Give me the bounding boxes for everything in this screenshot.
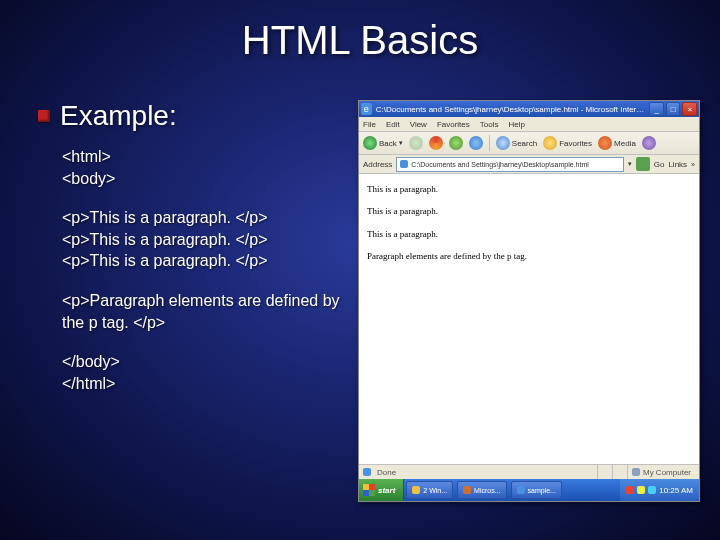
windows-flag-icon xyxy=(363,484,375,496)
code-line: <p>This is a paragraph. </p> xyxy=(62,250,348,272)
system-tray[interactable]: 10:25 AM xyxy=(620,479,699,501)
status-done: Done xyxy=(377,468,396,477)
links-label[interactable]: Links xyxy=(668,160,687,169)
rendered-paragraph: This is a paragraph. xyxy=(367,204,691,218)
back-icon xyxy=(363,136,377,150)
code-open-tags: <html> <body> xyxy=(62,146,348,189)
slide-content: Example: <html> <body> <p>This is a para… xyxy=(38,100,348,412)
menu-help[interactable]: Help xyxy=(508,120,524,129)
browser-statusbar: Done My Computer xyxy=(359,464,699,479)
address-dropdown-icon[interactable]: ▾ xyxy=(628,160,632,168)
menu-view[interactable]: View xyxy=(410,120,427,129)
browser-window: e C:\Documents and Settings\jharney\Desk… xyxy=(358,100,700,502)
page-icon xyxy=(363,468,371,476)
address-input[interactable]: C:\Documents and Settings\jharney\Deskto… xyxy=(396,157,623,172)
back-button[interactable]: Back▾ xyxy=(363,136,403,150)
menu-edit[interactable]: Edit xyxy=(386,120,400,129)
taskbar-button[interactable]: Micros... xyxy=(457,481,506,499)
forward-icon[interactable] xyxy=(409,136,423,150)
ie-logo-icon: e xyxy=(361,103,372,115)
code-line: <p>Paragraph elements are defined by the… xyxy=(62,290,348,333)
menu-favorites[interactable]: Favorites xyxy=(437,120,470,129)
code-line: </html> xyxy=(62,373,348,395)
status-zone: My Computer xyxy=(627,465,695,479)
code-line: <p>This is a paragraph. </p> xyxy=(62,207,348,229)
ppt-icon xyxy=(463,486,471,494)
start-button[interactable]: start xyxy=(359,479,404,501)
links-chevron-icon[interactable]: » xyxy=(691,161,695,168)
rendered-paragraph: This is a paragraph. xyxy=(367,227,691,241)
tray-icon[interactable] xyxy=(637,486,645,494)
taskbar: start 2 Win... Micros... sample... 10:25… xyxy=(359,479,699,501)
close-button[interactable]: × xyxy=(682,102,697,116)
code-paragraphs: <p>This is a paragraph. </p> <p>This is … xyxy=(62,207,348,272)
maximize-button[interactable]: □ xyxy=(666,102,681,116)
stop-icon[interactable] xyxy=(429,136,443,150)
example-heading: Example: xyxy=(60,100,177,132)
code-close-tags: </body> </html> xyxy=(62,351,348,394)
rendered-paragraph: This is a paragraph. xyxy=(367,182,691,196)
browser-viewport: This is a paragraph. This is a paragraph… xyxy=(359,174,699,464)
rendered-paragraph: Paragraph elements are defined by the p … xyxy=(367,249,691,263)
folder-icon xyxy=(412,486,420,494)
address-value: C:\Documents and Settings\jharney\Deskto… xyxy=(411,161,588,168)
address-label: Address xyxy=(363,160,392,169)
code-explain: <p>Paragraph elements are defined by the… xyxy=(62,290,348,333)
media-button[interactable]: Media xyxy=(598,136,636,150)
star-icon xyxy=(543,136,557,150)
code-line: <html> xyxy=(62,146,348,168)
history-icon[interactable] xyxy=(642,136,656,150)
computer-icon xyxy=(632,468,640,476)
minimize-button[interactable]: _ xyxy=(649,102,664,116)
browser-addressbar: Address C:\Documents and Settings\jharne… xyxy=(359,155,699,174)
browser-titlebar: e C:\Documents and Settings\jharney\Desk… xyxy=(359,101,699,117)
tray-icon[interactable] xyxy=(648,486,656,494)
clock: 10:25 AM xyxy=(659,486,693,495)
page-icon xyxy=(400,160,408,168)
code-line: </body> xyxy=(62,351,348,373)
slide-title: HTML Basics xyxy=(0,18,720,63)
bullet-icon xyxy=(38,110,50,122)
search-button[interactable]: Search xyxy=(496,136,537,150)
media-icon xyxy=(598,136,612,150)
browser-menubar: File Edit View Favorites Tools Help xyxy=(359,117,699,132)
search-icon xyxy=(496,136,510,150)
favorites-button[interactable]: Favorites xyxy=(543,136,592,150)
menu-file[interactable]: File xyxy=(363,120,376,129)
code-line: <p>This is a paragraph. </p> xyxy=(62,229,348,251)
refresh-icon[interactable] xyxy=(449,136,463,150)
go-button[interactable] xyxy=(636,157,650,171)
taskbar-button[interactable]: 2 Win... xyxy=(406,481,453,499)
browser-toolbar: Back▾ Search Favorites Media xyxy=(359,132,699,155)
ie-icon xyxy=(517,486,525,494)
chevron-down-icon: ▾ xyxy=(399,139,403,147)
tray-icon[interactable] xyxy=(626,486,634,494)
taskbar-button[interactable]: sample... xyxy=(511,481,562,499)
menu-tools[interactable]: Tools xyxy=(480,120,499,129)
go-label: Go xyxy=(654,160,665,169)
browser-title-text: C:\Documents and Settings\jharney\Deskto… xyxy=(376,105,648,114)
home-icon[interactable] xyxy=(469,136,483,150)
code-line: <body> xyxy=(62,168,348,190)
